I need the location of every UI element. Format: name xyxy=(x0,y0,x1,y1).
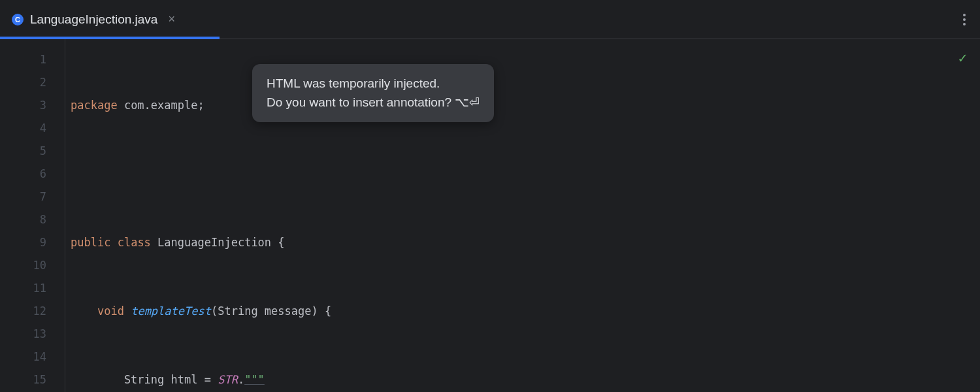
code-line: void templateTest(String message) { xyxy=(65,300,980,323)
line-number: 3 xyxy=(0,94,46,117)
line-number: 6 xyxy=(0,163,46,186)
more-icon[interactable] xyxy=(963,14,966,25)
code-line: package com.example; xyxy=(65,94,980,117)
tab-bar-right xyxy=(963,14,980,25)
file-tab[interactable]: C LanguageInjection.java × xyxy=(0,0,184,39)
checkmark-icon[interactable]: ✓ xyxy=(958,50,967,66)
line-number: 12 xyxy=(0,300,46,323)
line-number: 1 xyxy=(0,48,46,71)
line-number: 5 xyxy=(0,140,46,163)
line-number: 14 xyxy=(0,346,46,368)
tab-bar: C LanguageInjection.java × xyxy=(0,0,980,39)
line-number: 15 xyxy=(0,368,46,391)
tab-filename: LanguageInjection.java xyxy=(30,12,157,27)
line-number: 8 xyxy=(0,208,46,231)
close-icon[interactable]: × xyxy=(168,12,175,26)
code-line: public class LanguageInjection { xyxy=(65,231,980,254)
line-number: 13 xyxy=(0,323,46,346)
line-number: 2 xyxy=(0,71,46,94)
line-number: 11 xyxy=(0,277,46,300)
tooltip-line: HTML was temporarily injected. xyxy=(267,74,480,93)
injection-tooltip[interactable]: HTML was temporarily injected. Do you wa… xyxy=(252,64,494,122)
shortcut-hint: ⌥⏎ xyxy=(455,95,480,109)
code-line xyxy=(65,163,980,186)
class-file-icon: C xyxy=(12,14,24,25)
line-number: 4 xyxy=(0,117,46,140)
line-number: 10 xyxy=(0,254,46,277)
code-line: String html = STR.""" xyxy=(65,368,980,391)
line-number: 9 xyxy=(0,231,46,254)
code-area[interactable]: package com.example; public class Langua… xyxy=(65,39,980,392)
gutter: 1 2 3 4 5 6 7 8 9 10 11 12 13 14 15 xyxy=(0,39,65,392)
line-number: 7 xyxy=(0,186,46,208)
tooltip-line: Do you want to insert annotation? ⌥⏎ xyxy=(267,93,480,112)
